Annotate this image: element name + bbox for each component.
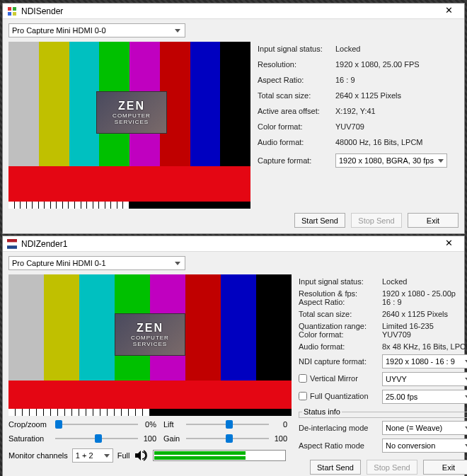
scan-label: Total scan size:	[299, 310, 382, 318]
scan-value: 2640 x 1125 Pixels	[335, 91, 459, 100]
gain-value: 100	[272, 434, 292, 443]
window-title: NDIZender1	[21, 239, 437, 249]
device-select-value: Pro Capture Mini HDMI 0-1	[12, 259, 106, 267]
status-label: Input signal status:	[299, 277, 382, 286]
audiofmt-label: Audio format:	[258, 138, 335, 146]
saturation-value: 100	[141, 434, 161, 443]
device-select[interactable]: Pro Capture Mini HDMI 0-0	[8, 23, 185, 37]
capturefmt-label: Capture format:	[258, 156, 335, 165]
button-row: Start Send Stop Send Exit	[8, 213, 459, 228]
colorfmt-value: YUV709	[382, 330, 467, 339]
video-preview: ZEN COMPUTER SERVICES	[8, 42, 250, 209]
crop-label: Crop/zoom	[8, 420, 52, 429]
aspect-label: Aspect Ratio:	[258, 76, 335, 84]
window-title: NDISender	[21, 6, 437, 16]
colorfmt-label: Color format:	[299, 330, 382, 339]
svg-rect-0	[8, 7, 11, 11]
close-icon[interactable]: ✕	[437, 237, 460, 251]
deinterlacing-select[interactable]: None (= Weave)	[382, 421, 467, 435]
status-info-group: Status info	[299, 407, 467, 418]
start-send-button[interactable]: Start Send	[294, 213, 345, 228]
close-icon[interactable]: ✕	[437, 4, 460, 18]
exit-button[interactable]: Exit	[423, 460, 467, 475]
ndi-format-select[interactable]: 1920 x 1080 - 16 : 9	[382, 354, 467, 368]
lift-slider[interactable]	[186, 419, 269, 430]
offset-value: X:192, Y:41	[335, 107, 459, 115]
stop-send-button[interactable]: Stop Send	[367, 460, 417, 475]
resfps-label: Resolution & fps:	[299, 289, 382, 298]
zen-logo: ZENCOMPUTERSERVICES	[115, 313, 185, 356]
vertical-mirror-checkbox[interactable]: Vertical Mirror	[299, 374, 358, 383]
resolution-label: Resolution:	[258, 60, 335, 69]
aspect-value: 16 : 9	[335, 76, 459, 84]
client-area: Pro Capture Mini HDMI 0-0 ZEN COMPUTER S…	[3, 19, 464, 233]
scan-value: 2640 x 1125 Pixels	[382, 310, 467, 318]
svg-rect-6	[7, 245, 17, 249]
quant-value: Limited 16-235	[382, 322, 467, 330]
aspect-label: Aspect Ratio:	[299, 298, 382, 306]
window-ndizender: NDIZender1 ✕ Pro Capture Mini HDMI 0-1 Z…	[2, 236, 465, 476]
exit-button[interactable]: Exit	[408, 213, 459, 228]
offset-label: Active area offset:	[258, 107, 335, 115]
audiofmt-value: 8x 48 KHz, 16 Bits, LPCM	[382, 342, 467, 351]
ndi-label: NDI capture format:	[299, 357, 382, 366]
window-ndisender: NDISender ✕ Pro Capture Mini HDMI 0-0 ZE…	[2, 3, 465, 234]
status-label: Input signal status:	[258, 45, 335, 53]
pixel-format-select[interactable]: UYVY	[382, 372, 467, 386]
crop-slider[interactable]	[55, 419, 138, 430]
armode-label: Aspect Ratio mode	[299, 441, 382, 450]
signal-info: Input signal status:Locked Resolution:19…	[258, 42, 459, 209]
signal-info: Input signal status:Locked Resolution & …	[299, 274, 467, 475]
monitor-label: Monitor channels	[8, 451, 68, 460]
full-quant-checkbox[interactable]: Full Quantization	[299, 392, 369, 400]
gain-label: Gain	[163, 434, 183, 443]
svg-rect-4	[7, 239, 17, 243]
monitor-channels-select[interactable]: 1 + 2	[72, 448, 113, 463]
audiofmt-value: 48000 Hz, 16 Bits, LPCM	[335, 138, 459, 146]
gain-slider[interactable]	[186, 433, 269, 444]
device-select[interactable]: Pro Capture Mini HDMI 0-1	[8, 256, 185, 270]
titlebar[interactable]: NDIZender1 ✕	[3, 236, 464, 252]
device-select-value: Pro Capture Mini HDMI 0-0	[12, 26, 106, 35]
audiofmt-label: Audio format:	[299, 342, 382, 351]
svg-marker-7	[135, 451, 141, 460]
saturation-label: Saturation	[8, 434, 52, 443]
svg-rect-3	[13, 12, 16, 16]
monitor-full-label: Full	[117, 451, 130, 460]
status-value: Locked	[382, 277, 467, 286]
aspect-value: 16 : 9	[382, 298, 467, 306]
svg-rect-5	[7, 242, 17, 245]
stop-send-button[interactable]: Stop Send	[351, 213, 402, 228]
colorfmt-label: Color format:	[258, 122, 335, 131]
svg-rect-1	[13, 7, 16, 11]
video-preview: ZENCOMPUTERSERVICES	[8, 274, 292, 416]
app-icon	[7, 6, 17, 16]
aspect-ratio-mode-select[interactable]: No conversion	[382, 439, 467, 453]
fps-select[interactable]: 25.00 fps	[382, 390, 467, 404]
svg-rect-2	[8, 12, 11, 16]
resfps-value: 1920 x 1080 - 25.00p	[382, 289, 467, 298]
status-value: Locked	[335, 45, 459, 53]
crop-value: 0%	[141, 420, 161, 429]
start-send-button[interactable]: Start Send	[310, 460, 361, 475]
button-row: Start Send Stop Send Exit	[299, 460, 467, 475]
lift-label: Lift	[163, 420, 183, 429]
deint-label: De-interlacing mode	[299, 424, 382, 432]
app-icon	[7, 239, 17, 249]
capture-format-select[interactable]: 1920 x 1080, BGRA, 30 fps	[335, 153, 447, 168]
zen-logo: ZEN COMPUTER SERVICES	[96, 91, 167, 134]
quant-label: Quantization range:	[299, 322, 382, 330]
vu-meter	[153, 450, 286, 461]
speaker-icon[interactable]	[134, 450, 149, 461]
lift-value: 0	[272, 420, 292, 429]
colorfmt-value: YUV709	[335, 122, 459, 131]
client-area: Pro Capture Mini HDMI 0-1 ZENCOMPUTERSER…	[3, 252, 464, 476]
scan-label: Total scan size:	[258, 91, 335, 100]
resolution-value: 1920 x 1080, 25.00 FPS	[335, 60, 459, 69]
saturation-slider[interactable]	[55, 433, 138, 444]
titlebar[interactable]: NDISender ✕	[3, 4, 464, 19]
